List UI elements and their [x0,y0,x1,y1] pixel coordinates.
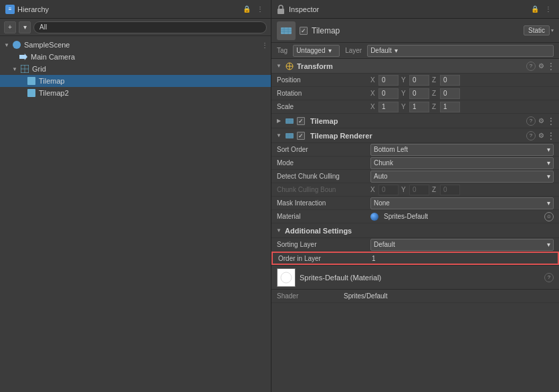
tag-dropdown[interactable]: Untagged ▾ [293,45,340,57]
scene-more[interactable]: ⋮ [261,41,268,49]
renderer-section-title: Tilemap Renderer [310,132,524,140]
renderer-more-btn[interactable]: ⋮ [547,131,555,140]
sorting-layer-label: Sorting Layer [277,241,370,248]
tree-item-grid[interactable]: ▼ Grid [0,63,271,75]
chunk-z-input: 0 [440,185,460,195]
transform-settings-btn[interactable]: ⚙ [538,62,544,70]
grid-icon [20,64,29,74]
sprites-material-help-btn[interactable]: ? [544,273,554,282]
tilemap-label: Tilemap [39,77,65,85]
inspector-more-btn[interactable]: ⋮ [543,4,554,15]
chunk-y-label: Y [401,186,408,193]
static-dropdown-arrow[interactable]: ▾ [551,27,554,33]
mask-interaction-label: Mask Interaction [277,199,370,207]
rotation-label: Rotation [277,90,370,97]
shader-label: Shader [277,292,344,300]
inspector-panel: Inspector 🔒 ⋮ Tilemap Static ▾ Tag Untag… [271,0,559,392]
pos-z-input[interactable]: 0 [440,75,460,86]
detect-chunk-dropdown[interactable]: Auto ▾ [370,171,554,183]
mask-interaction-dropdown[interactable]: None ▾ [370,197,554,209]
sort-order-dropdown[interactable]: Bottom Left ▾ [370,144,554,156]
chunk-z-label: Z [432,186,439,193]
more-options-button[interactable]: ⋮ [255,4,265,15]
tilemap-help-btn[interactable]: ? [526,116,536,126]
material-label: Material [277,213,370,220]
layer-dropdown[interactable]: Default ▾ [367,45,554,57]
add-dropdown-button[interactable]: ▾ [19,21,31,33]
scale-x-input[interactable]: 1 [378,102,399,112]
tree-item-tilemap[interactable]: Tilemap [0,75,271,87]
rot-x-input[interactable]: 0 [378,88,399,99]
tag-layer-row: Tag Untagged ▾ Layer Default ▾ [271,43,559,59]
position-x-item: X 0 [370,75,399,86]
layer-arrow: ▾ [395,47,398,54]
object-enabled-checkbox[interactable] [300,27,308,35]
sort-order-arrow: ▾ [547,146,550,153]
tilemap-section-title: Tilemap [310,117,524,125]
scale-y-input[interactable]: 1 [409,102,429,112]
inspector-lock-icon[interactable] [277,5,286,14]
transform-help-btn[interactable]: ? [526,62,536,71]
transform-more-btn[interactable]: ⋮ [547,62,555,71]
tilemap-more-btn[interactable]: ⋮ [547,116,555,126]
tilemap-settings-btn[interactable]: ⚙ [538,117,544,124]
scale-z-input[interactable]: 1 [440,102,460,112]
tag-arrow: ▾ [328,47,332,54]
tree-item-scene[interactable]: ▼ SampleScene ⋮ [0,39,271,51]
hierarchy-title: Hierarchy [17,5,239,13]
renderer-enabled-checkbox[interactable] [297,132,305,140]
renderer-collapse-arrow[interactable]: ▼ [275,132,282,139]
renderer-help-btn[interactable]: ? [526,131,536,140]
transform-title: Transform [297,62,524,70]
tilemap-enabled-checkbox[interactable] [297,117,305,125]
rot-z-input[interactable]: 0 [440,88,460,99]
rotation-row: Rotation X 0 Y 0 Z 0 [271,87,559,100]
tree-item-main-camera[interactable]: Main Camera [0,51,271,63]
rotation-x-item: X 0 [370,88,399,99]
lock-button[interactable]: 🔒 [241,4,252,15]
sorting-layer-value: Default [374,241,395,248]
order-in-layer-label: Order in Layer [278,255,372,262]
hierarchy-panel: ≡ Hierarchy 🔒 ⋮ + ▾ All ▼ SampleScene ⋮ [0,0,271,392]
transform-collapse-arrow[interactable]: ▼ [275,63,282,70]
sprites-material-section: Sprites-Default (Material) ? Shader Spri… [271,265,559,303]
sorting-layer-dropdown[interactable]: Default ▾ [370,239,554,251]
tag-label: Tag [277,47,288,54]
transform-section: ▼ Transform ? ⚙ ⋮ Position X 0 [271,59,559,114]
scale-row: Scale X 1 Y 1 Z 1 [271,100,559,114]
rotation-y-item: Y 0 [401,88,429,99]
additional-collapse-arrow[interactable]: ▼ [275,227,282,234]
sprites-material-thumbnail [277,268,296,287]
svg-rect-17 [286,133,294,138]
material-value: Sprites-Default [384,213,542,220]
object-row: Tilemap Static ▾ [271,19,559,43]
rot-y-input[interactable]: 0 [409,88,429,99]
inspector-actions: 🔒 ⋮ [530,4,554,15]
add-button[interactable]: + [4,21,16,33]
scale-y-item: Y 1 [401,102,429,112]
inspector-title: Inspector [289,5,527,13]
tree-item-tilemap2[interactable]: Tilemap2 [0,87,271,99]
renderer-settings-btn[interactable]: ⚙ [538,132,544,139]
sprites-material-header: Sprites-Default (Material) ? [271,266,559,290]
detect-chunk-value: Auto [374,173,388,180]
hierarchy-header: ≡ Hierarchy 🔒 ⋮ [0,0,271,19]
svg-rect-4 [281,27,292,34]
rotation-z-item: Z 0 [432,88,460,99]
material-row: Material Sprites-Default ⊙ [271,210,559,223]
position-xyz: X 0 Y 0 Z 0 [370,75,554,86]
tilemap-collapse-arrow[interactable]: ▶ [275,118,282,124]
sort-order-row: Sort Order Bottom Left ▾ [271,143,559,157]
inspector-lock-btn[interactable]: 🔒 [530,4,540,15]
order-in-layer-value[interactable]: 1 [372,255,552,262]
pos-y-input[interactable]: 0 [409,75,429,86]
material-sphere-icon [370,213,378,221]
sort-order-label: Sort Order [277,146,370,153]
mode-dropdown[interactable]: Chunk ▾ [370,157,554,169]
rotation-xyz: X 0 Y 0 Z 0 [370,88,554,99]
search-box: All [33,21,267,33]
material-target-icon[interactable]: ⊙ [544,212,554,221]
scale-x-label: X [370,103,377,110]
pos-x-input[interactable]: 0 [378,75,399,86]
svg-rect-3 [277,9,284,14]
